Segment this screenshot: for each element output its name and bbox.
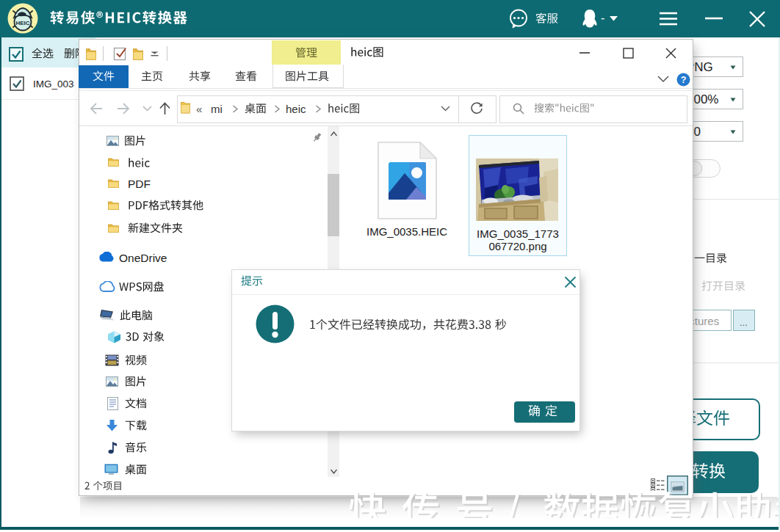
svg-text:?: ? [681, 75, 687, 85]
svg-text:HEIC: HEIC [15, 20, 29, 26]
